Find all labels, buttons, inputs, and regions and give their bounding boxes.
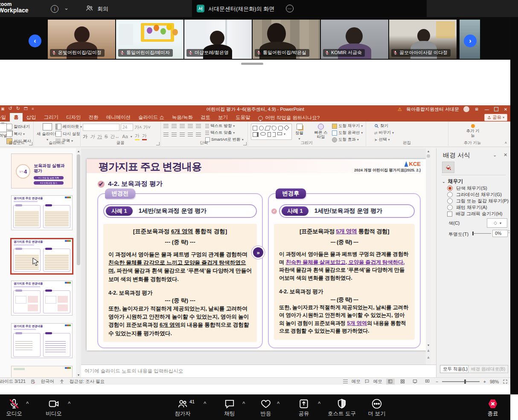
menu-tab-view[interactable]: 보기 — [214, 113, 232, 122]
more-button[interactable]: 더 보기 — [368, 410, 386, 417]
slide-sorter-view-button[interactable] — [399, 379, 407, 385]
transparency-slider-track[interactable] — [473, 233, 491, 234]
reset-button[interactable]: 다시 설정 — [55, 131, 82, 137]
slide-thumbnail-3-selected[interactable]: 평가지표 주요 변경내용 — [10, 238, 73, 275]
notes-pane[interactable]: 여기에 슬라이드 노트의 내용을 입력하십시오 — [81, 365, 436, 378]
participants-options-chevron[interactable]: ^ — [204, 401, 206, 406]
fit-to-window-icon[interactable] — [503, 379, 508, 384]
italic-icon[interactable]: 가 — [90, 133, 95, 140]
video-button[interactable]: 비디오 — [46, 410, 62, 417]
shrink-font-icon[interactable]: 가˅ — [143, 124, 150, 130]
menu-tab-transitions[interactable]: 전환 — [85, 113, 102, 122]
scroll-up-icon[interactable]: ▲ — [426, 148, 431, 154]
filmstrip-drag-handle[interactable] — [241, 63, 263, 65]
end-meeting-icon[interactable] — [487, 398, 498, 409]
account-name[interactable]: 육아종합지원센터 서대문 — [406, 106, 459, 113]
option-solid-fill[interactable]: 단색 채우기(S) — [447, 185, 487, 191]
more-icon[interactable] — [371, 398, 382, 409]
option-gradient-fill[interactable]: 그라데이션 채우기(G) — [447, 191, 502, 198]
video-tile[interactable]: 꿈모아아이사랑 이다정 — [389, 20, 457, 59]
shape-oval-icon[interactable] — [260, 132, 266, 136]
highlight-color-icon[interactable]: 가 — [135, 133, 140, 140]
zoom-in-button[interactable]: + — [483, 379, 486, 384]
camera-icon[interactable] — [48, 398, 59, 409]
justify-icon[interactable] — [188, 133, 193, 136]
change-case-icon[interactable]: Aa — [122, 134, 128, 139]
zoom-slider-thumb[interactable] — [464, 379, 466, 384]
tell-me-box[interactable]: 어떤 작업을 원하시나요? — [254, 113, 324, 122]
comments-toggle[interactable]: 메모 — [373, 379, 382, 385]
language-indicator[interactable]: 한국어 — [41, 379, 54, 385]
menu-tab-review[interactable]: 검토 — [197, 113, 214, 122]
decrease-indent-icon[interactable] — [180, 124, 185, 128]
share-button[interactable]: 공유 — [299, 410, 309, 417]
font-color-icon[interactable]: 가 — [142, 133, 147, 140]
slide-thumbnail-5[interactable]: 평가지표 주요 변경내용 — [11, 323, 73, 358]
collapse-ribbon-icon[interactable]: ˄ — [505, 141, 507, 145]
arrange-button[interactable]: 정렬▾ — [295, 124, 303, 141]
scroll-down-icon[interactable]: ▼ — [76, 372, 81, 377]
share-options-chevron[interactable]: ^ — [318, 401, 320, 406]
shape-square-icon[interactable] — [253, 126, 257, 130]
shape-brace-icon[interactable] — [268, 132, 271, 137]
addins-button[interactable]: 추가 기능 — [466, 124, 480, 138]
option-pattern-fill[interactable]: 패턴 채우기(A) — [447, 204, 487, 211]
layout-button[interactable]: 레이아웃▾ — [55, 124, 82, 130]
slide-scrollbar[interactable]: ▲ ▼ ≜ ≙ — [426, 148, 431, 365]
scroll-down-icon[interactable]: ▼ — [426, 342, 431, 348]
next-slide-icon[interactable]: ≙ — [426, 356, 431, 361]
info-icon[interactable]: i — [51, 5, 58, 13]
option-hide-background[interactable]: 배경 그래픽 숨기기(H) — [447, 211, 502, 217]
menu-tab-draw[interactable]: 그리기 — [40, 113, 63, 122]
slide-thumbnail-6[interactable] — [11, 366, 73, 378]
chat-options-chevron[interactable]: ^ — [242, 401, 245, 406]
slide-thumbnail-1[interactable]: 영역 4 보육과정 실행과 평가 4-1 관찰 및 실행 계획 4-2 보육과정… — [11, 154, 73, 188]
underline-icon[interactable]: 가 — [97, 133, 102, 140]
audio-options-chevron[interactable]: ^ — [26, 401, 29, 406]
menu-tab-design[interactable]: 디자인 — [62, 113, 85, 122]
color-picker-button[interactable]: ▾ — [487, 218, 507, 228]
align-right-icon[interactable] — [180, 133, 185, 136]
menu-tab-animations[interactable]: 애니메이션 — [102, 113, 135, 122]
zoom-out-button[interactable]: − — [436, 379, 438, 384]
line-spacing-icon[interactable] — [196, 124, 201, 128]
align-text-button[interactable]: 텍스트 맞춤▾ — [205, 130, 244, 136]
minimize-button[interactable]: — — [484, 107, 490, 112]
video-options-chevron[interactable]: ^ — [68, 401, 70, 406]
shape-bracket-icon[interactable] — [273, 132, 276, 137]
accessibility-status[interactable]: 접근성: 조사 필요 — [70, 379, 105, 385]
ppt-title-bar[interactable]: ▣ ↺ ↻ 🗖 ≡ 어린이집 평가 4~6(원주센터, 4.9) - Power… — [0, 105, 510, 113]
normal-view-button[interactable] — [386, 379, 395, 385]
menu-tab-file[interactable]: 파일 — [0, 113, 10, 122]
menu-tab-help[interactable]: 도움말 — [232, 113, 254, 122]
ribbon-display-options-icon[interactable]: ⊞ — [474, 107, 480, 111]
menu-tab-home[interactable]: 홈 — [10, 113, 23, 122]
restore-button[interactable] — [494, 107, 498, 111]
fill-tab-button[interactable] — [442, 162, 454, 173]
numbering-icon[interactable] — [172, 124, 177, 128]
reading-view-button[interactable] — [411, 379, 419, 385]
scrollbar-thumb[interactable] — [77, 154, 80, 265]
slide-canvas[interactable]: 평가지표 주요 변경내용 KCE 2024 개정 어린이집 평가지표(2025.… — [87, 159, 427, 350]
more-options-icon[interactable]: ⋯ — [286, 5, 294, 12]
shape-parallelogram-icon[interactable] — [265, 126, 271, 130]
notes-toggle[interactable]: 메모 — [352, 379, 361, 385]
chat-button[interactable]: 채팅 — [224, 410, 235, 417]
replace-button[interactable]: ⇄ 바꾸기▾ — [374, 130, 394, 136]
thumbnail-scrollbar[interactable]: ▲ ▼ — [76, 148, 81, 377]
clipboard-dialog-launcher[interactable] — [29, 142, 32, 145]
previous-slide-icon[interactable]: ≜ — [426, 349, 431, 354]
strikethrough-icon[interactable]: S — [105, 134, 108, 139]
align-left-icon[interactable] — [163, 133, 169, 136]
spellcheck-icon[interactable] — [31, 379, 35, 384]
end-button[interactable]: 종료 — [488, 410, 498, 417]
video-tile[interactable]: 더샵포레/함은영 — [184, 20, 252, 59]
font-name-box[interactable] — [83, 124, 119, 131]
video-tile[interactable]: KOMIR 서금숙 — [321, 20, 388, 59]
shapes-gallery[interactable]: ▾ — [251, 124, 292, 140]
ppt-share-button[interactable]: 공유 ▾ — [484, 114, 507, 121]
spinner-icons[interactable]: ˄˅ — [508, 230, 510, 235]
new-slide-button[interactable]: 새 슬라이드▾ — [37, 123, 58, 142]
quick-styles-button[interactable]: 빠른 스타일 — [312, 124, 329, 139]
shape-rounded-rect-icon[interactable] — [278, 126, 283, 130]
